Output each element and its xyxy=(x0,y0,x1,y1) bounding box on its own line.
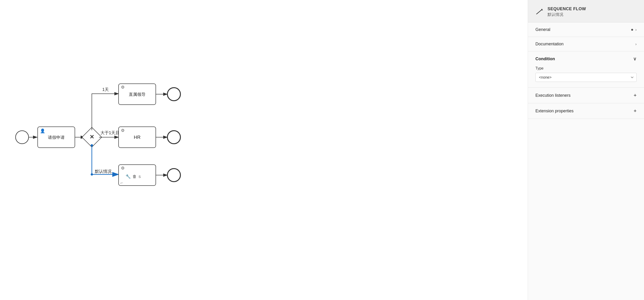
section-condition-content: Type <none> Expression Script xyxy=(528,66,644,88)
user-icon: 👤 xyxy=(40,128,45,134)
panel-header-text: SEQUENCE FLOW 默认情况 xyxy=(548,6,586,17)
type-label: Type xyxy=(536,66,636,70)
properties-panel: SEQUENCE FLOW 默认情况 General › Documentati… xyxy=(528,0,644,300)
section-documentation-header[interactable]: Documentation › xyxy=(528,37,644,51)
section-general-chevron: › xyxy=(636,28,636,32)
flow-dot-corner xyxy=(91,173,93,176)
flow-gateway-to-leader[interactable] xyxy=(92,94,118,130)
section-documentation: Documentation › xyxy=(528,37,644,52)
section-condition-title: Condition xyxy=(536,56,555,62)
section-general-dot xyxy=(631,29,633,31)
task-hr-label: HR xyxy=(134,135,141,140)
extension-properties-plus[interactable]: + xyxy=(634,108,636,114)
panel-header: SEQUENCE FLOW 默认情况 xyxy=(528,0,644,22)
bpmn-canvas[interactable]: 👤 请假申请 ✕ 1天 ⚙ 直属领导 大于1天且小于3天 ⚙ HR xyxy=(0,0,528,300)
extension-properties-row: Extension properties + xyxy=(528,103,644,119)
section-general-title: General xyxy=(536,27,550,32)
settings-icon-2: ⚙ xyxy=(121,128,124,133)
execution-listeners-row: Execution listeners + xyxy=(528,88,644,103)
action-s-label: S xyxy=(138,175,141,178)
section-condition: Condition ∨ Type <none> Expression Scrip… xyxy=(528,52,644,88)
end-event-1[interactable] xyxy=(168,88,180,101)
execution-listeners-label: Execution listeners xyxy=(536,93,570,98)
gateway-x-symbol: ✕ xyxy=(90,134,94,140)
section-documentation-chevron: › xyxy=(636,42,636,46)
wrench-icon[interactable]: 🔧 xyxy=(126,174,131,179)
end-event-2[interactable] xyxy=(168,131,180,144)
panel-header-type: SEQUENCE FLOW xyxy=(548,6,586,12)
execution-listeners-plus[interactable]: + xyxy=(634,92,636,98)
extension-properties-label: Extension properties xyxy=(536,108,574,114)
trash-icon[interactable]: 🗑 xyxy=(132,174,137,179)
end-event-3[interactable] xyxy=(168,168,180,182)
flow-label-1day: 1天 xyxy=(102,87,109,92)
settings-icon-3: ⚙ xyxy=(121,166,124,170)
section-condition-header[interactable]: Condition ∨ xyxy=(528,52,644,66)
settings-icon-1: ⚙ xyxy=(121,85,124,90)
section-general-header[interactable]: General › xyxy=(528,22,644,37)
task-leave-request-label: 请假申请 xyxy=(48,135,65,140)
condition-type-select[interactable]: <none> Expression Script xyxy=(536,73,636,82)
flow-dot-start xyxy=(91,144,93,146)
panel-header-name: 默认情况 xyxy=(548,12,586,17)
svg-line-3 xyxy=(536,10,542,14)
section-documentation-title: Documentation xyxy=(536,42,564,46)
section-general: General › xyxy=(528,22,644,37)
task-direct-leader-label: 直属领导 xyxy=(129,92,146,97)
corner-indicator: ⌐ xyxy=(120,180,123,185)
section-condition-chevron: ∨ xyxy=(633,56,636,62)
start-event[interactable] xyxy=(16,131,28,144)
sequence-flow-icon xyxy=(536,8,544,16)
flow-label-default: 默认情况 xyxy=(94,169,112,174)
